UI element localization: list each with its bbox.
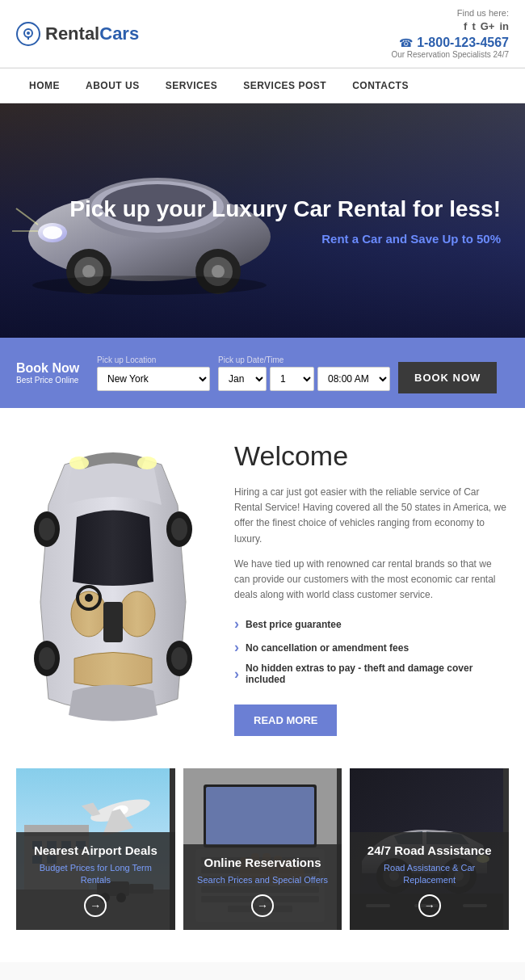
svg-point-31 [137,456,157,469]
welcome-para2: We have tied up with renowned car rental… [234,557,509,604]
svg-point-12 [82,265,95,278]
airport-title: Nearest Airport Deals [27,843,164,857]
svg-point-27 [39,647,55,670]
service-card-online[interactable]: Online Reservations Search Prices and Sp… [183,768,342,930]
social-icons: f t G+ in [464,20,509,32]
google-plus-icon[interactable]: G+ [481,20,495,32]
month-select[interactable]: JanFebMarApr MayJunJulAug SepOctNovDec [218,367,267,391]
online-card-overlay: Online Reservations Search Prices and Sp… [183,844,342,930]
navigation: HOME ABOUT US SERVICES SERVICES POST CON… [0,68,525,103]
date-fields: JanFebMarApr MayJunJulAug SepOctNovDec 1… [218,367,390,391]
nav-item-contacts[interactable]: CONTACTS [339,69,422,103]
location-label: Pick up Location [97,355,210,364]
date-group: Pick up Date/Time JanFebMarApr MayJunJul… [218,355,390,391]
svg-rect-59 [206,787,314,845]
car-top-view-svg [16,440,210,747]
nav-item-home[interactable]: HOME [16,69,73,103]
welcome-para1: Hiring a car just got easier with the re… [234,485,509,547]
svg-point-21 [85,594,93,602]
checklist-item-2: No cancellation or amendment fees [234,636,509,659]
welcome-section: Welcome Hiring a car just got easier wit… [0,408,525,768]
book-now-label: Book Now Best Price Online [16,361,89,385]
facebook-icon[interactable]: f [464,20,467,32]
phone-subtitle: Our Reservation Specialists 24/7 [391,50,509,59]
header-contact: Find us here: f t G+ in ☎ 1-800-123-4567… [391,8,509,59]
svg-rect-19 [103,602,123,642]
logo-cars-text: Cars [99,23,139,44]
welcome-car-image [16,440,210,699]
svg-point-29 [171,647,187,670]
road-arrow[interactable]: → [418,894,441,917]
service-card-road[interactable]: 24/7 Road Assistance Road Assistance & C… [350,768,509,930]
logo-icon [16,22,40,46]
welcome-title: Welcome [234,440,509,472]
hero-text: Pick up your Luxury Car Rental for less!… [69,195,501,246]
svg-point-7 [43,226,62,239]
header: RentalCars Find us here: f t G+ in ☎ 1-8… [0,0,525,68]
online-title: Online Reservations [195,856,331,869]
book-now-button[interactable]: BOOK NOW [398,362,497,393]
checklist-item-3: No hidden extras to pay - theft and dama… [234,659,509,688]
svg-point-25 [171,518,187,540]
nav-item-services[interactable]: SERVICES [153,69,230,103]
svg-point-30 [69,456,89,469]
time-select[interactable]: 08:00 AM09:00 AM10:00 AM 11:00 AM12:00 P… [317,367,390,391]
logo-rental-text: Rental [45,23,99,44]
date-label: Pick up Date/Time [218,355,390,364]
book-now-sub: Best Price Online [16,376,89,385]
online-arrow[interactable]: → [251,894,274,917]
hero-section: Pick up your Luxury Car Rental for less!… [0,103,525,338]
road-subtitle: Road Assistance & Car Replacement [361,862,498,887]
airport-card-overlay: Nearest Airport Deals Budget Prices for … [16,832,175,931]
svg-point-18 [120,591,155,637]
logo[interactable]: RentalCars [16,22,139,46]
phone-number[interactable]: 1-800-123-4567 [417,36,509,50]
linkedin-icon[interactable]: in [499,20,509,32]
twitter-icon[interactable]: t [472,20,475,32]
hero-subtitle: Rent a Car and Save Up to 50% [69,233,501,246]
nav-list: HOME ABOUT US SERVICES SERVICES POST CON… [0,69,525,103]
welcome-content: Welcome Hiring a car just got easier wit… [234,440,509,736]
service-card-airport[interactable]: Nearest Airport Deals Budget Prices for … [16,768,175,930]
svg-point-15 [212,265,225,278]
location-group: Pick up Location New York Los Angeles Ch… [97,355,210,391]
online-subtitle: Search Prices and Special Offers [195,874,331,886]
day-select[interactable]: 12345 678910 [270,367,314,391]
road-title: 24/7 Road Assistance [361,843,498,857]
booking-bar: Book Now Best Price Online Pick up Locat… [0,338,525,408]
svg-point-23 [39,518,55,540]
welcome-checklist: Best price guarantee No cancellation or … [234,612,509,688]
cta-section: Start your travel planning here Drive aw… [0,962,525,980]
airport-arrow[interactable]: → [84,894,107,917]
nav-item-about[interactable]: ABOUT US [73,69,153,103]
checklist-item-1: Best price guarantee [234,612,509,636]
nav-item-services-post[interactable]: SERVICES POST [230,69,339,103]
book-now-main: Book Now [16,361,89,376]
services-section: Nearest Airport Deals Budget Prices for … [0,768,525,962]
phone-row: ☎ 1-800-123-4567 [399,36,509,50]
read-more-button[interactable]: READ MORE [234,705,337,736]
hero-title: Pick up your Luxury Car Rental for less! [69,195,501,224]
svg-line-8 [16,208,38,225]
airport-subtitle: Budget Prices for Long Term Rentals [27,862,164,887]
road-card-overlay: 24/7 Road Assistance Road Assistance & C… [350,832,509,931]
find-us-label: Find us here: [457,8,509,18]
location-select[interactable]: New York Los Angeles Chicago Miami [97,367,210,391]
svg-point-16 [32,275,267,295]
svg-point-1 [27,32,30,35]
